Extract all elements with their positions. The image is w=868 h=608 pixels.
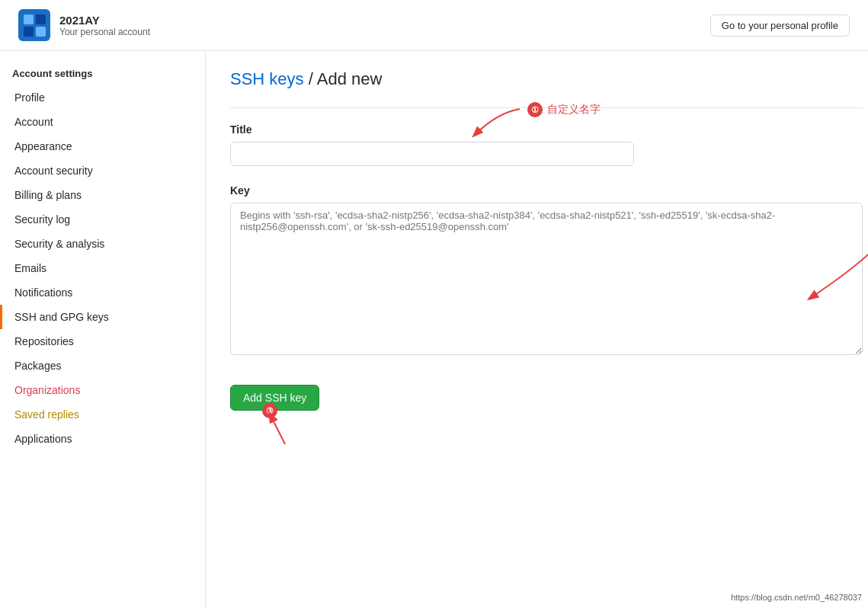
- sidebar-item-notifications[interactable]: Notifications: [0, 280, 205, 305]
- annotation3: ③: [262, 403, 277, 418]
- username: 2021AY: [59, 14, 150, 27]
- sidebar-item-organizations[interactable]: Organizations: [0, 378, 205, 402]
- user-subtitle: Your personal account: [59, 27, 150, 37]
- sidebar-item-appearance[interactable]: Appearance: [0, 134, 205, 158]
- layout: Account settings Profile Account Appeara…: [0, 51, 868, 608]
- annotation1-text: 自定义名字: [547, 103, 601, 117]
- key-label: Key: [230, 184, 863, 197]
- sidebar: Account settings Profile Account Appeara…: [0, 51, 206, 608]
- title-field-group: Title ① 自定义名字: [230, 123, 863, 166]
- title-input[interactable]: [230, 142, 634, 166]
- arrow3-svg: [255, 406, 300, 452]
- user-info: 2021AY Your personal account: [59, 14, 150, 37]
- breadcrumb-add-new: / Add new: [309, 69, 383, 88]
- profile-button[interactable]: Go to your personal profile: [710, 14, 850, 37]
- sidebar-heading: Account settings: [0, 63, 205, 85]
- footer-url: https://blog.csdn.net/m0_46278037: [731, 593, 862, 602]
- sidebar-item-profile[interactable]: Profile: [0, 85, 205, 110]
- sidebar-item-repositories[interactable]: Repositories: [0, 329, 205, 354]
- sidebar-item-saved-replies[interactable]: Saved replies: [0, 402, 205, 427]
- button-container: Add SSH key ③: [230, 373, 319, 411]
- badge-1: ①: [527, 102, 543, 117]
- sidebar-item-security-analysis[interactable]: Security & analysis: [0, 232, 205, 256]
- sidebar-item-emails[interactable]: Emails: [0, 256, 205, 280]
- breadcrumb-link[interactable]: SSH keys: [230, 69, 304, 88]
- sidebar-item-ssh-gpg[interactable]: SSH and GPG keys: [0, 305, 205, 329]
- page-title: SSH keys / Add new: [230, 69, 863, 89]
- title-label: Title: [230, 123, 863, 136]
- sidebar-item-billing[interactable]: Billing & plans: [0, 183, 205, 207]
- header: 2021AY Your personal account Go to your …: [0, 0, 868, 51]
- avatar: [18, 9, 50, 41]
- main-content: SSH keys / Add new Title ① 自定义名字: [206, 51, 868, 608]
- sidebar-item-packages[interactable]: Packages: [0, 354, 205, 378]
- key-input[interactable]: [230, 203, 863, 355]
- header-left: 2021AY Your personal account: [18, 9, 150, 41]
- badge-3: ③: [262, 403, 277, 418]
- sidebar-item-security-log[interactable]: Security log: [0, 207, 205, 232]
- sidebar-item-account-security[interactable]: Account security: [0, 158, 205, 183]
- annotation1: ① 自定义名字: [527, 102, 601, 117]
- key-field-group: Key ② 复制的id_rsa.pub中的密钥: [230, 184, 863, 357]
- sidebar-item-account[interactable]: Account: [0, 110, 205, 134]
- sidebar-item-applications[interactable]: Applications: [0, 427, 205, 451]
